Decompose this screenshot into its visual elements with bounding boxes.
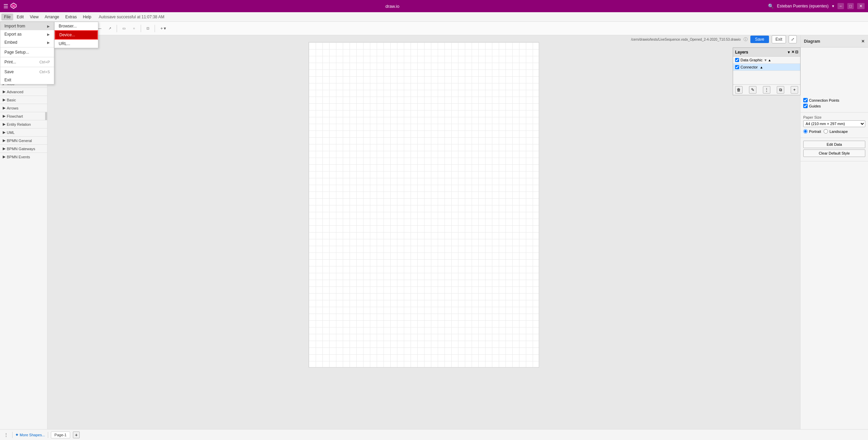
bpmn-general-arrow-icon: ▶ [3, 138, 5, 143]
portrait-radio[interactable] [803, 129, 808, 134]
layer-add-btn[interactable]: + [791, 86, 798, 94]
sidebar-section-basic[interactable]: ▶ Basic [0, 96, 47, 104]
shape-circle-btn[interactable]: ○ [130, 24, 138, 33]
layers-resize-icon[interactable]: ⊡ [795, 50, 798, 54]
dropdown-print[interactable]: Print... Ctrl+P [0, 58, 54, 66]
canvas[interactable] [309, 42, 539, 367]
resize-handle[interactable] [45, 112, 47, 120]
connection-points-checkbox[interactable] [803, 98, 808, 102]
menu-view[interactable]: View [27, 14, 41, 20]
clear-style-btn[interactable]: Clear Default Style [803, 149, 865, 157]
layer-connector-lock-icon[interactable]: ▲ [760, 65, 763, 69]
toolbar-divider-6 [155, 25, 155, 32]
paper-size-select[interactable]: A4 (210 mm × 297 mm) [803, 120, 865, 127]
layers-filter-icon[interactable]: ▼ [787, 50, 791, 54]
app-name: draw.io [386, 4, 399, 9]
layers-panel-controls: ▼ ✕ ⊡ [787, 50, 798, 54]
window-close-btn[interactable]: ✕ [857, 3, 865, 9]
menu-edit[interactable]: Edit [14, 14, 26, 20]
layer-duplicate-btn[interactable]: ⧉ [777, 86, 784, 94]
diagram-close-icon[interactable]: ✕ [861, 39, 865, 44]
sidebar-section-advanced[interactable]: ▶ Advanced [0, 87, 47, 96]
sidebar-section-bpmn-events[interactable]: ▶ BPMN Events [0, 153, 47, 161]
sidebar-section-entity-relation[interactable]: ▶ Entity Relation [0, 120, 47, 128]
landscape-radio[interactable] [824, 129, 828, 134]
zoom-fit-btn[interactable]: ⊡ [143, 24, 152, 33]
guides-label[interactable]: Guides [803, 104, 865, 108]
edit-data-btn[interactable]: Edit Data [803, 141, 865, 148]
guides-checkbox[interactable] [803, 104, 808, 108]
bpmn-events-label: BPMN Events [7, 155, 30, 159]
sidebar-section-bpmn-gateways[interactable]: ▶ BPMN Gateways [0, 144, 47, 153]
submenu-browser[interactable]: Browser... [55, 22, 98, 30]
export-as-arrow: ▶ [47, 33, 50, 36]
main-layout: ▶ Misc ▶ Advanced ▶ Basic ▶ Arrows ▶ Flo… [0, 35, 868, 429]
layer-visibility-connector[interactable] [735, 65, 739, 69]
layers-panel-close-icon[interactable]: ✕ [791, 50, 794, 54]
add-page-btn[interactable]: + [73, 432, 80, 438]
entity-relation-label: Entity Relation [7, 122, 31, 126]
sidebar-section-bpmn-general[interactable]: ▶ BPMN General [0, 136, 47, 144]
layer-lock-icon[interactable]: ▲ [768, 58, 771, 62]
filepath-info-icon: ⓘ [744, 37, 748, 42]
dropdown-export-as[interactable]: Export as ▶ [0, 30, 54, 38]
user-name: Esteban Puentes (epuentes) [777, 4, 829, 8]
layer-filter-icon[interactable]: ▼ [764, 58, 767, 62]
layer-delete-btn[interactable]: 🗑 [735, 86, 743, 94]
sidebar-section-uml[interactable]: ▶ UML [0, 128, 47, 136]
save-label: Save [4, 69, 14, 74]
expand-button[interactable]: ⤢ [789, 35, 797, 43]
plus-icon: + [160, 26, 163, 31]
menu-help[interactable]: Help [80, 14, 94, 20]
menubar: File Edit View Arrange Extras Help Autos… [0, 12, 868, 22]
add-element-btn[interactable]: + ▾ [157, 24, 169, 32]
save-button[interactable]: Save [750, 36, 769, 43]
portrait-label[interactable]: Portrait [803, 129, 821, 134]
right-actions: Edit Data Clear Default Style [801, 138, 868, 161]
layer-actions-data-graphic: ▼ ▲ [764, 58, 771, 62]
connector-style-btn[interactable]: ↗ [105, 24, 114, 33]
svg-text:io: io [12, 4, 15, 7]
layer-row-data-graphic[interactable]: Data Graphic ▼ ▲ [733, 57, 800, 64]
user-dropdown-icon[interactable]: ▾ [832, 4, 834, 8]
separator-2 [0, 57, 54, 57]
shape-rect-btn[interactable]: ▭ [119, 24, 128, 33]
dropdown-exit[interactable]: Exit [0, 76, 54, 84]
connection-points-label[interactable]: Connection Points [803, 98, 865, 102]
page-label: Page-1 [55, 433, 66, 437]
dropdown-save[interactable]: Save Ctrl+S [0, 68, 54, 76]
window-maximize-btn[interactable]: □ [847, 3, 854, 9]
submenu-url[interactable]: URL... [55, 40, 98, 48]
bpmn-general-label: BPMN General [7, 139, 32, 143]
landscape-text: Landscape [829, 129, 848, 134]
search-icon[interactable]: 🔍 [768, 3, 774, 9]
embed-label: Embed [4, 40, 17, 45]
sidebar-section-flowchart[interactable]: ▶ Flowchart [0, 112, 47, 120]
sidebar-section-arrows[interactable]: ▶ Arrows [0, 104, 47, 112]
file-menu-dropdown: Import from ▶ Export as ▶ Embed ▶ Page S… [0, 22, 54, 84]
canvas-area[interactable] [47, 35, 800, 429]
more-shapes-btn[interactable]: ★ More Shapes... [15, 433, 45, 437]
bottom-options-btn[interactable]: ⋮ [3, 432, 9, 438]
menu-file[interactable]: File [1, 14, 13, 20]
dropdown-page-setup[interactable]: Page Setup... [0, 48, 54, 56]
layer-visibility-data-graphic[interactable] [735, 58, 739, 62]
layer-row-connector[interactable]: Connector ▲ [733, 64, 800, 71]
dropdown-embed[interactable]: Embed ▶ [0, 38, 54, 46]
window-minimize-btn[interactable]: − [837, 3, 844, 9]
uml-label: UML [7, 131, 15, 135]
page-tab[interactable]: Page-1 [51, 432, 70, 438]
submenu-device[interactable]: Device... [55, 30, 98, 40]
exit-button[interactable]: Exit [772, 35, 786, 43]
entity-relation-arrow-icon: ▶ [3, 122, 5, 126]
menu-extras[interactable]: Extras [63, 14, 80, 20]
save-shortcut: Ctrl+S [39, 70, 50, 74]
hamburger-icon[interactable]: ☰ [3, 3, 8, 9]
uml-arrow-icon: ▶ [3, 130, 5, 135]
basic-label: Basic [7, 98, 16, 102]
menu-arrange[interactable]: Arrange [42, 14, 62, 20]
dropdown-import-from[interactable]: Import from ▶ [0, 22, 54, 30]
landscape-label[interactable]: Landscape [824, 129, 848, 134]
layer-more-btn[interactable]: ⋮ [763, 86, 770, 94]
layer-edit-btn[interactable]: ✎ [749, 86, 756, 94]
